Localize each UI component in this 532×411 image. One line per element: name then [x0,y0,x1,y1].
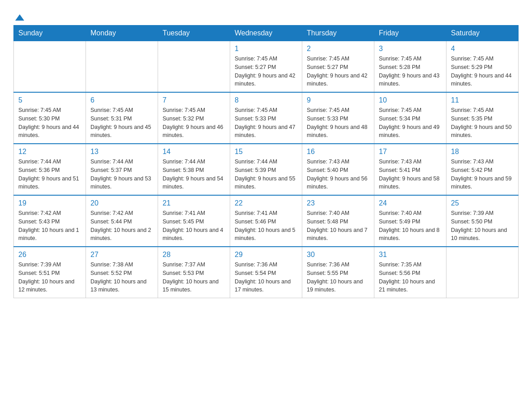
calendar-week-row: 12Sunrise: 7:44 AM Sunset: 5:36 PM Dayli… [14,144,519,195]
day-number: 30 [307,251,369,259]
day-info: Sunrise: 7:43 AM Sunset: 5:40 PM Dayligh… [307,158,369,191]
calendar-cell: 21Sunrise: 7:41 AM Sunset: 5:45 PM Dayli… [158,195,230,247]
day-info: Sunrise: 7:41 AM Sunset: 5:45 PM Dayligh… [163,209,225,243]
day-number: 8 [235,96,297,104]
day-number: 7 [163,96,225,104]
day-number: 17 [379,148,442,156]
day-info: Sunrise: 7:36 AM Sunset: 5:55 PM Dayligh… [307,261,369,294]
day-number: 31 [379,251,442,259]
calendar-cell: 22Sunrise: 7:41 AM Sunset: 5:46 PM Dayli… [230,195,302,247]
day-info: Sunrise: 7:44 AM Sunset: 5:38 PM Dayligh… [163,158,225,191]
day-info: Sunrise: 7:36 AM Sunset: 5:54 PM Dayligh… [235,261,297,294]
day-info: Sunrise: 7:45 AM Sunset: 5:35 PM Dayligh… [451,106,514,140]
calendar-cell [14,41,86,93]
day-info: Sunrise: 7:35 AM Sunset: 5:56 PM Dayligh… [379,261,442,294]
day-number: 3 [379,45,442,53]
calendar-cell: 23Sunrise: 7:40 AM Sunset: 5:48 PM Dayli… [302,195,374,247]
page-header [13,9,519,21]
weekday-header-row: SundayMondayTuesdayWednesdayThursdayFrid… [14,26,519,41]
day-number: 10 [379,96,442,104]
calendar-cell: 12Sunrise: 7:44 AM Sunset: 5:36 PM Dayli… [14,144,86,195]
calendar-cell: 7Sunrise: 7:45 AM Sunset: 5:32 PM Daylig… [158,92,230,144]
day-info: Sunrise: 7:45 AM Sunset: 5:30 PM Dayligh… [18,106,81,140]
calendar-week-row: 26Sunrise: 7:39 AM Sunset: 5:51 PM Dayli… [14,247,519,298]
day-info: Sunrise: 7:45 AM Sunset: 5:27 PM Dayligh… [307,55,369,88]
calendar-cell: 9Sunrise: 7:45 AM Sunset: 5:33 PM Daylig… [302,92,374,144]
day-number: 28 [163,251,225,259]
weekday-header-tuesday: Tuesday [158,26,230,41]
day-number: 9 [307,96,369,104]
calendar-cell: 31Sunrise: 7:35 AM Sunset: 5:56 PM Dayli… [374,247,446,298]
calendar-cell: 17Sunrise: 7:43 AM Sunset: 5:41 PM Dayli… [374,144,446,195]
weekday-header-thursday: Thursday [302,26,374,41]
day-info: Sunrise: 7:45 AM Sunset: 5:34 PM Dayligh… [379,106,442,140]
calendar-cell: 11Sunrise: 7:45 AM Sunset: 5:35 PM Dayli… [446,92,519,144]
calendar-cell [446,247,519,298]
day-info: Sunrise: 7:45 AM Sunset: 5:33 PM Dayligh… [307,106,369,140]
calendar-cell: 6Sunrise: 7:45 AM Sunset: 5:31 PM Daylig… [86,92,158,144]
calendar-cell: 13Sunrise: 7:44 AM Sunset: 5:37 PM Dayli… [86,144,158,195]
day-info: Sunrise: 7:40 AM Sunset: 5:49 PM Dayligh… [379,209,442,243]
day-info: Sunrise: 7:41 AM Sunset: 5:46 PM Dayligh… [235,209,297,243]
day-number: 29 [235,251,297,259]
day-number: 27 [90,251,153,259]
calendar-cell [158,41,230,93]
day-number: 16 [307,148,369,156]
day-number: 20 [90,199,153,207]
calendar-cell: 10Sunrise: 7:45 AM Sunset: 5:34 PM Dayli… [374,92,446,144]
day-number: 24 [379,199,442,207]
logo [13,13,24,21]
calendar-cell: 19Sunrise: 7:42 AM Sunset: 5:43 PM Dayli… [14,195,86,247]
day-number: 2 [307,45,369,53]
calendar-cell: 27Sunrise: 7:38 AM Sunset: 5:52 PM Dayli… [86,247,158,298]
day-info: Sunrise: 7:45 AM Sunset: 5:31 PM Dayligh… [90,106,153,140]
calendar-cell: 29Sunrise: 7:36 AM Sunset: 5:54 PM Dayli… [230,247,302,298]
calendar-cell: 4Sunrise: 7:45 AM Sunset: 5:29 PM Daylig… [446,41,519,93]
day-number: 6 [90,96,153,104]
calendar-cell: 25Sunrise: 7:39 AM Sunset: 5:50 PM Dayli… [446,195,519,247]
weekday-header-wednesday: Wednesday [230,26,302,41]
day-number: 13 [90,148,153,156]
day-info: Sunrise: 7:45 AM Sunset: 5:32 PM Dayligh… [163,106,225,140]
day-number: 11 [451,96,514,104]
day-info: Sunrise: 7:43 AM Sunset: 5:42 PM Dayligh… [451,158,514,191]
calendar-week-row: 19Sunrise: 7:42 AM Sunset: 5:43 PM Dayli… [14,195,519,247]
calendar-cell: 24Sunrise: 7:40 AM Sunset: 5:49 PM Dayli… [374,195,446,247]
calendar-cell: 3Sunrise: 7:45 AM Sunset: 5:28 PM Daylig… [374,41,446,93]
day-number: 1 [235,45,297,53]
day-info: Sunrise: 7:44 AM Sunset: 5:39 PM Dayligh… [235,158,297,191]
day-info: Sunrise: 7:40 AM Sunset: 5:48 PM Dayligh… [307,209,369,243]
calendar-cell: 28Sunrise: 7:37 AM Sunset: 5:53 PM Dayli… [158,247,230,298]
calendar-week-row: 1Sunrise: 7:45 AM Sunset: 5:27 PM Daylig… [14,41,519,93]
day-number: 4 [451,45,514,53]
calendar-cell: 15Sunrise: 7:44 AM Sunset: 5:39 PM Dayli… [230,144,302,195]
day-number: 25 [451,199,514,207]
calendar-cell: 18Sunrise: 7:43 AM Sunset: 5:42 PM Dayli… [446,144,519,195]
day-info: Sunrise: 7:37 AM Sunset: 5:53 PM Dayligh… [163,261,225,294]
day-number: 5 [18,96,81,104]
calendar-cell: 8Sunrise: 7:45 AM Sunset: 5:33 PM Daylig… [230,92,302,144]
day-number: 23 [307,199,369,207]
calendar-cell: 5Sunrise: 7:45 AM Sunset: 5:30 PM Daylig… [14,92,86,144]
day-number: 14 [163,148,225,156]
day-info: Sunrise: 7:43 AM Sunset: 5:41 PM Dayligh… [379,158,442,191]
day-number: 21 [163,199,225,207]
calendar-cell: 14Sunrise: 7:44 AM Sunset: 5:38 PM Dayli… [158,144,230,195]
day-info: Sunrise: 7:39 AM Sunset: 5:51 PM Dayligh… [18,261,81,294]
logo-triangle-icon [15,14,24,21]
calendar-cell [86,41,158,93]
weekday-header-friday: Friday [374,26,446,41]
calendar-cell: 20Sunrise: 7:42 AM Sunset: 5:44 PM Dayli… [86,195,158,247]
day-info: Sunrise: 7:45 AM Sunset: 5:33 PM Dayligh… [235,106,297,140]
day-number: 18 [451,148,514,156]
day-info: Sunrise: 7:45 AM Sunset: 5:28 PM Dayligh… [379,55,442,88]
day-number: 12 [18,148,81,156]
day-number: 19 [18,199,81,207]
calendar-cell: 26Sunrise: 7:39 AM Sunset: 5:51 PM Dayli… [14,247,86,298]
day-info: Sunrise: 7:38 AM Sunset: 5:52 PM Dayligh… [90,261,153,294]
calendar-week-row: 5Sunrise: 7:45 AM Sunset: 5:30 PM Daylig… [14,92,519,144]
day-number: 26 [18,251,81,259]
day-info: Sunrise: 7:44 AM Sunset: 5:37 PM Dayligh… [90,158,153,191]
weekday-header-monday: Monday [86,26,158,41]
weekday-header-sunday: Sunday [14,26,86,41]
